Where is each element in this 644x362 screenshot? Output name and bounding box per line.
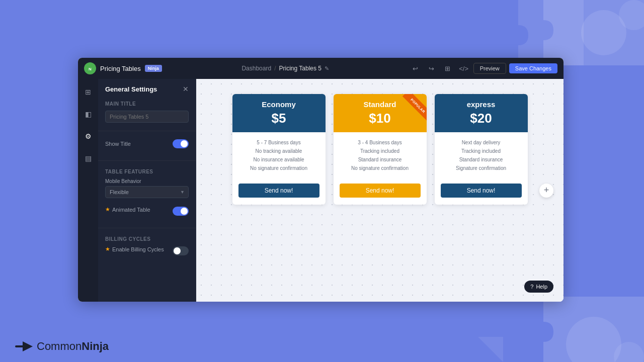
animated-table-section: ★ Animated Table <box>98 202 196 224</box>
settings-header: General Settings ✕ <box>98 79 196 97</box>
star-icon: ★ <box>105 206 110 213</box>
app-container: N Pricing Tables Ninja Dashboard / Prici… <box>78 58 564 302</box>
enable-billing-label: Enable Billing Cycles <box>112 246 164 252</box>
preview-button[interactable]: Preview <box>473 63 506 74</box>
settings-panel: General Settings ✕ Main Title Show Title… <box>98 79 196 302</box>
save-button[interactable]: Save Changes <box>509 63 557 73</box>
top-bar: N Pricing Tables Ninja Dashboard / Prici… <box>78 58 564 79</box>
svg-point-0 <box>581 10 626 55</box>
undo-button[interactable]: ↩ <box>409 62 422 75</box>
express-feature-4: Signature confirmation <box>441 164 522 172</box>
economy-card-features: 5 - 7 Business days No tracking availabl… <box>232 132 326 178</box>
economy-card-price: $5 <box>238 111 319 126</box>
show-title-section: Show Title <box>98 135 196 156</box>
economy-card-footer: Send now! <box>232 178 326 205</box>
redo-button[interactable]: ↪ <box>425 62 438 75</box>
sidebar-icons: ⊞ ◧ ⚙ ▤ <box>78 79 98 302</box>
help-button[interactable]: ? Help <box>524 281 553 293</box>
express-card-header: express $20 <box>435 94 528 132</box>
edit-icon[interactable]: ✎ <box>325 65 329 72</box>
economy-card-header: Economy $5 <box>232 94 326 132</box>
express-card-title: express <box>441 100 522 109</box>
economy-feature-3: No insurance available <box>238 155 319 164</box>
standard-send-button[interactable]: Send now! <box>340 184 421 198</box>
star-icon-2: ★ <box>105 246 110 252</box>
main-content: ⊞ ◧ ⚙ ▤ General Settings ✕ Main Title Sh… <box>78 79 564 302</box>
standard-card-footer: Send now! <box>334 178 427 205</box>
show-title-label: Show Title <box>105 141 131 147</box>
popular-badge: POPULAR <box>402 94 426 121</box>
brand-icon <box>15 341 33 351</box>
settings-close-button[interactable]: ✕ <box>183 85 189 93</box>
table-features-section: Table Features Mobile Behavior Flexible … <box>98 165 196 202</box>
svg-point-3 <box>614 342 644 362</box>
express-card: express $20 Next day delivery Tracking i… <box>435 94 528 205</box>
mobile-behavior-label: Mobile Behavior <box>105 178 189 184</box>
app-title: Pricing Tables <box>100 65 141 72</box>
express-send-button[interactable]: Send now! <box>441 184 522 198</box>
svg-text:N: N <box>89 67 92 71</box>
enable-billing-toggle[interactable] <box>173 246 189 255</box>
standard-card-wrapper: POPULAR Standard $10 3 - 4 Business days… <box>334 94 427 205</box>
economy-feature-2: No tracking available <box>238 147 319 155</box>
animated-table-row: ★ Animated Table <box>105 206 189 216</box>
animated-table-toggle[interactable] <box>173 207 189 216</box>
main-title-section: Main Title <box>98 97 196 127</box>
sidebar-icon-layers[interactable]: ◧ <box>81 107 95 121</box>
animated-table-feature: ★ Animated Table <box>105 206 150 213</box>
standard-feature-1: 3 - 4 Business days <box>340 138 421 147</box>
svg-marker-5 <box>23 341 33 351</box>
help-icon: ? <box>530 284 533 290</box>
mobile-behavior-select[interactable]: Flexible Stack Scroll <box>105 186 189 198</box>
express-card-footer: Send now! <box>435 178 528 205</box>
sidebar-icon-settings[interactable]: ⚙ <box>81 129 95 143</box>
economy-send-button[interactable]: Send now! <box>238 184 319 198</box>
standard-feature-2: Tracking included <box>340 147 421 155</box>
breadcrumb-current: Pricing Tables 5 <box>279 65 321 72</box>
express-feature-1: Next day delivery <box>441 138 522 147</box>
ninja-badge: Ninja <box>145 65 162 72</box>
standard-feature-3: Standard insurance <box>340 155 421 164</box>
economy-card-title: Economy <box>238 100 319 109</box>
devices-button[interactable]: ⊞ <box>441 62 454 75</box>
breadcrumb-parent: Dashboard <box>242 65 271 72</box>
mobile-behavior-wrapper: Flexible Stack Scroll ▼ <box>105 186 189 198</box>
billing-cycles-section: Billing Cycles ★ Enable Billing Cycles <box>98 232 196 263</box>
economy-card: Economy $5 5 - 7 Business days No tracki… <box>232 94 326 205</box>
sidebar-icon-analytics[interactable]: ▤ <box>81 151 95 165</box>
breadcrumb: Dashboard / Pricing Tables 5 ✎ <box>242 65 329 72</box>
table-features-label: Table Features <box>105 169 189 174</box>
enable-billing-row: ★ Enable Billing Cycles <box>105 246 189 255</box>
enable-billing-feature: ★ Enable Billing Cycles <box>105 246 164 252</box>
express-card-features: Next day delivery Tracking included Stan… <box>435 132 528 178</box>
popular-badge-wrap: POPULAR <box>396 94 427 124</box>
sidebar-icon-grid[interactable]: ⊞ <box>81 85 95 99</box>
main-title-input[interactable] <box>105 111 189 123</box>
help-label: Help <box>536 284 547 290</box>
show-title-toggle[interactable] <box>173 139 189 148</box>
top-bar-left: N Pricing Tables Ninja <box>84 62 162 74</box>
express-card-price: $20 <box>441 111 522 126</box>
canvas-area: Economy $5 5 - 7 Business days No tracki… <box>196 79 564 302</box>
pricing-cards: Economy $5 5 - 7 Business days No tracki… <box>232 94 528 205</box>
brand-area: CommonNinja <box>15 340 109 353</box>
express-feature-3: Standard insurance <box>441 155 522 164</box>
settings-title: General Settings <box>105 85 157 93</box>
top-bar-right: ↩ ↪ ⊞ </> Preview Save Changes <box>409 62 557 75</box>
animated-table-label: Animated Table <box>112 207 150 213</box>
show-title-row: Show Title <box>105 139 189 148</box>
billing-cycles-label: Billing Cycles <box>105 236 189 242</box>
code-button[interactable]: </> <box>457 62 470 75</box>
express-feature-2: Tracking included <box>441 147 522 155</box>
app-icon: N <box>84 62 96 74</box>
add-column-button[interactable]: + <box>539 184 553 198</box>
svg-point-2 <box>566 317 621 362</box>
economy-feature-1: 5 - 7 Business days <box>238 138 319 147</box>
breadcrumb-separator: / <box>274 65 276 72</box>
standard-feature-4: No signature confirmation <box>340 164 421 172</box>
economy-feature-4: No signature confirmation <box>238 164 319 172</box>
brand-logo: CommonNinja <box>15 340 109 353</box>
brand-name: CommonNinja <box>37 340 109 353</box>
svg-point-1 <box>619 0 644 30</box>
main-title-section-label: Main Title <box>105 101 189 107</box>
